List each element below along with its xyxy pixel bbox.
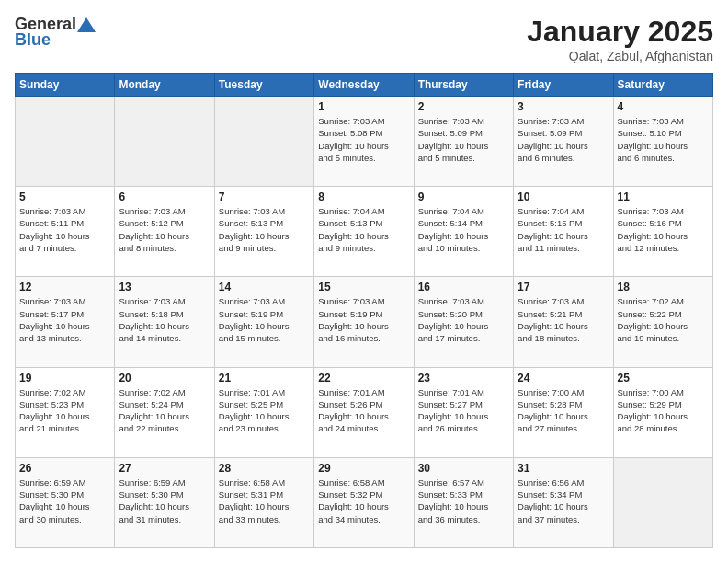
calendar-day-cell: 2Sunrise: 7:03 AM Sunset: 5:09 PM Daylig…: [414, 97, 513, 187]
weekday-header: Monday: [115, 74, 214, 97]
calendar-day-cell: 21Sunrise: 7:01 AM Sunset: 5:25 PM Dayli…: [214, 367, 313, 457]
calendar-day-cell: 24Sunrise: 7:00 AM Sunset: 5:28 PM Dayli…: [514, 367, 613, 457]
day-info: Sunrise: 6:59 AM Sunset: 5:30 PM Dayligh…: [19, 477, 110, 525]
calendar-day-cell: 16Sunrise: 7:03 AM Sunset: 5:20 PM Dayli…: [414, 277, 513, 367]
day-info: Sunrise: 7:00 AM Sunset: 5:28 PM Dayligh…: [518, 386, 609, 435]
logo-blue: Blue: [15, 30, 51, 50]
day-info: Sunrise: 7:03 AM Sunset: 5:13 PM Dayligh…: [219, 205, 310, 254]
day-number: 24: [518, 372, 609, 385]
day-number: 20: [119, 372, 210, 385]
day-info: Sunrise: 7:01 AM Sunset: 5:25 PM Dayligh…: [219, 386, 310, 435]
day-info: Sunrise: 7:03 AM Sunset: 5:19 PM Dayligh…: [219, 295, 310, 344]
day-info: Sunrise: 7:02 AM Sunset: 5:23 PM Dayligh…: [19, 386, 110, 435]
day-info: Sunrise: 7:03 AM Sunset: 5:17 PM Dayligh…: [19, 295, 110, 344]
calendar-day-cell: 30Sunrise: 6:57 AM Sunset: 5:33 PM Dayli…: [414, 457, 513, 547]
day-number: 26: [19, 462, 110, 475]
day-info: Sunrise: 7:03 AM Sunset: 5:08 PM Dayligh…: [318, 115, 409, 164]
calendar-title: January 2025: [527, 15, 713, 49]
calendar-day-cell: 7Sunrise: 7:03 AM Sunset: 5:13 PM Daylig…: [214, 187, 313, 277]
day-info: Sunrise: 7:02 AM Sunset: 5:24 PM Dayligh…: [119, 386, 210, 435]
weekday-header: Tuesday: [214, 74, 313, 97]
calendar-week-row: 19Sunrise: 7:02 AM Sunset: 5:23 PM Dayli…: [16, 367, 713, 457]
day-number: 30: [418, 462, 509, 475]
header: General Blue January 2025 Qalat, Zabul, …: [15, 15, 713, 63]
calendar-day-cell: 29Sunrise: 6:58 AM Sunset: 5:32 PM Dayli…: [314, 457, 414, 547]
calendar-week-row: 1Sunrise: 7:03 AM Sunset: 5:08 PM Daylig…: [16, 97, 713, 187]
day-number: 31: [518, 462, 609, 475]
calendar-week-row: 26Sunrise: 6:59 AM Sunset: 5:30 PM Dayli…: [16, 457, 713, 547]
day-info: Sunrise: 7:03 AM Sunset: 5:21 PM Dayligh…: [518, 295, 609, 344]
calendar-day-cell: 9Sunrise: 7:04 AM Sunset: 5:14 PM Daylig…: [414, 187, 513, 277]
calendar-day-cell: 11Sunrise: 7:03 AM Sunset: 5:16 PM Dayli…: [613, 187, 712, 277]
day-info: Sunrise: 7:00 AM Sunset: 5:29 PM Dayligh…: [618, 386, 709, 435]
day-number: 2: [418, 100, 509, 113]
day-info: Sunrise: 6:58 AM Sunset: 5:32 PM Dayligh…: [318, 477, 409, 525]
day-info: Sunrise: 7:02 AM Sunset: 5:22 PM Dayligh…: [618, 295, 709, 344]
weekday-header: Friday: [514, 74, 613, 97]
day-info: Sunrise: 7:03 AM Sunset: 5:12 PM Dayligh…: [119, 205, 210, 254]
calendar-day-cell: 25Sunrise: 7:00 AM Sunset: 5:29 PM Dayli…: [613, 367, 712, 457]
calendar-day-cell: 20Sunrise: 7:02 AM Sunset: 5:24 PM Dayli…: [115, 367, 214, 457]
day-number: 10: [518, 190, 609, 203]
calendar-day-cell: 10Sunrise: 7:04 AM Sunset: 5:15 PM Dayli…: [514, 187, 613, 277]
calendar-day-cell: [115, 97, 214, 187]
calendar-day-cell: 17Sunrise: 7:03 AM Sunset: 5:21 PM Dayli…: [514, 277, 613, 367]
weekday-header: Thursday: [414, 74, 513, 97]
day-number: 4: [618, 100, 709, 113]
day-info: Sunrise: 6:58 AM Sunset: 5:31 PM Dayligh…: [219, 477, 310, 525]
calendar-day-cell: 19Sunrise: 7:02 AM Sunset: 5:23 PM Dayli…: [16, 367, 115, 457]
calendar-week-row: 12Sunrise: 7:03 AM Sunset: 5:17 PM Dayli…: [16, 277, 713, 367]
day-number: 18: [618, 281, 709, 293]
calendar-day-cell: 5Sunrise: 7:03 AM Sunset: 5:11 PM Daylig…: [16, 187, 115, 277]
day-number: 17: [518, 281, 609, 293]
calendar-day-cell: 8Sunrise: 7:04 AM Sunset: 5:13 PM Daylig…: [314, 187, 414, 277]
logo: General Blue: [15, 15, 97, 50]
title-block: January 2025 Qalat, Zabul, Afghanistan: [527, 15, 713, 63]
day-info: Sunrise: 7:03 AM Sunset: 5:09 PM Dayligh…: [418, 115, 509, 164]
day-number: 16: [418, 281, 509, 293]
day-number: 12: [19, 281, 110, 293]
day-number: 14: [219, 281, 310, 293]
calendar-day-cell: 12Sunrise: 7:03 AM Sunset: 5:17 PM Dayli…: [16, 277, 115, 367]
day-number: 3: [518, 100, 609, 113]
day-number: 13: [119, 281, 210, 293]
weekday-header-row: SundayMondayTuesdayWednesdayThursdayFrid…: [16, 74, 713, 97]
calendar-day-cell: 3Sunrise: 7:03 AM Sunset: 5:09 PM Daylig…: [514, 97, 613, 187]
weekday-header: Saturday: [613, 74, 712, 97]
day-number: 9: [418, 190, 509, 203]
day-info: Sunrise: 7:03 AM Sunset: 5:11 PM Dayligh…: [19, 205, 110, 254]
day-info: Sunrise: 7:04 AM Sunset: 5:13 PM Dayligh…: [318, 205, 409, 254]
day-info: Sunrise: 6:57 AM Sunset: 5:33 PM Dayligh…: [418, 477, 509, 525]
day-number: 28: [219, 462, 310, 475]
calendar-day-cell: 13Sunrise: 7:03 AM Sunset: 5:18 PM Dayli…: [115, 277, 214, 367]
day-info: Sunrise: 7:03 AM Sunset: 5:09 PM Dayligh…: [518, 115, 609, 164]
day-number: 1: [318, 100, 409, 113]
logo-icon: [77, 17, 96, 32]
calendar-subtitle: Qalat, Zabul, Afghanistan: [527, 49, 713, 63]
day-number: 6: [119, 190, 210, 203]
day-info: Sunrise: 7:01 AM Sunset: 5:26 PM Dayligh…: [318, 386, 409, 435]
calendar-day-cell: 23Sunrise: 7:01 AM Sunset: 5:27 PM Dayli…: [414, 367, 513, 457]
day-info: Sunrise: 7:03 AM Sunset: 5:20 PM Dayligh…: [418, 295, 509, 344]
day-info: Sunrise: 6:56 AM Sunset: 5:34 PM Dayligh…: [518, 477, 609, 525]
calendar-day-cell: [16, 97, 115, 187]
calendar-day-cell: 6Sunrise: 7:03 AM Sunset: 5:12 PM Daylig…: [115, 187, 214, 277]
calendar-table: SundayMondayTuesdayWednesdayThursdayFrid…: [15, 73, 713, 548]
svg-marker-0: [77, 17, 96, 32]
day-number: 19: [19, 372, 110, 385]
day-info: Sunrise: 7:03 AM Sunset: 5:10 PM Dayligh…: [618, 115, 709, 164]
calendar-day-cell: 22Sunrise: 7:01 AM Sunset: 5:26 PM Dayli…: [314, 367, 414, 457]
day-number: 8: [318, 190, 409, 203]
day-info: Sunrise: 7:03 AM Sunset: 5:16 PM Dayligh…: [618, 205, 709, 254]
page: General Blue January 2025 Qalat, Zabul, …: [0, 0, 728, 563]
day-number: 21: [219, 372, 310, 385]
calendar-day-cell: 14Sunrise: 7:03 AM Sunset: 5:19 PM Dayli…: [214, 277, 313, 367]
calendar-day-cell: 4Sunrise: 7:03 AM Sunset: 5:10 PM Daylig…: [613, 97, 712, 187]
day-number: 23: [418, 372, 509, 385]
calendar-day-cell: 31Sunrise: 6:56 AM Sunset: 5:34 PM Dayli…: [514, 457, 613, 547]
day-info: Sunrise: 6:59 AM Sunset: 5:30 PM Dayligh…: [119, 477, 210, 525]
calendar-day-cell: [214, 97, 313, 187]
day-number: 5: [19, 190, 110, 203]
day-info: Sunrise: 7:04 AM Sunset: 5:14 PM Dayligh…: [418, 205, 509, 254]
calendar-day-cell: 26Sunrise: 6:59 AM Sunset: 5:30 PM Dayli…: [16, 457, 115, 547]
